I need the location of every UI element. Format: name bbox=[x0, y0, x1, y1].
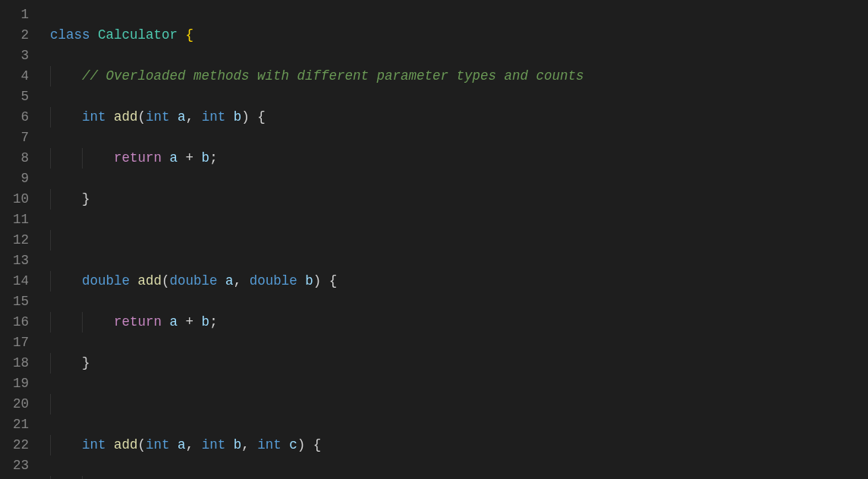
line-number: 12 bbox=[0, 230, 29, 251]
line-number: 19 bbox=[0, 373, 29, 394]
line-number-gutter: 1 2 3 4 5 6 7 8 9 10 11 12 13 14 15 16 1… bbox=[0, 5, 42, 479]
code-area[interactable]: class Calculator { // Overloaded methods… bbox=[42, 5, 868, 479]
line-number: 1 bbox=[0, 5, 29, 25]
line-number: 23 bbox=[0, 455, 29, 476]
code-line[interactable]: class Calculator { bbox=[50, 25, 868, 46]
line-number: 15 bbox=[0, 291, 29, 312]
code-line[interactable] bbox=[50, 230, 868, 251]
line-number: 2 bbox=[0, 25, 29, 46]
line-number: 13 bbox=[0, 251, 29, 271]
line-number: 7 bbox=[0, 128, 29, 148]
line-number: 16 bbox=[0, 312, 29, 332]
line-number: 5 bbox=[0, 87, 29, 107]
line-number: 18 bbox=[0, 353, 29, 373]
line-number: 22 bbox=[0, 435, 29, 455]
code-line[interactable]: // Overloaded methods with different par… bbox=[50, 66, 868, 87]
code-line[interactable]: return a + b; bbox=[50, 312, 868, 332]
line-number: 17 bbox=[0, 332, 29, 353]
line-number: 6 bbox=[0, 107, 29, 128]
code-line[interactable]: int add(int a, int b) { bbox=[50, 107, 868, 128]
line-number: 21 bbox=[0, 414, 29, 435]
code-line[interactable]: return a + b; bbox=[50, 148, 868, 169]
code-editor[interactable]: 1 2 3 4 5 6 7 8 9 10 11 12 13 14 15 16 1… bbox=[0, 0, 868, 479]
code-line[interactable]: } bbox=[50, 353, 868, 373]
line-number: 20 bbox=[0, 394, 29, 414]
code-line[interactable]: } bbox=[50, 189, 868, 210]
line-number: 9 bbox=[0, 169, 29, 189]
line-number: 4 bbox=[0, 66, 29, 87]
line-number: 10 bbox=[0, 189, 29, 210]
code-line[interactable]: double add(double a, double b) { bbox=[50, 271, 868, 291]
line-number: 3 bbox=[0, 46, 29, 66]
code-line[interactable]: int add(int a, int b, int c) { bbox=[50, 435, 868, 455]
line-number: 8 bbox=[0, 148, 29, 169]
line-number: 14 bbox=[0, 271, 29, 291]
code-line[interactable]: return a + b + c; bbox=[50, 476, 868, 479]
code-line[interactable] bbox=[50, 394, 868, 414]
line-number: 11 bbox=[0, 210, 29, 230]
